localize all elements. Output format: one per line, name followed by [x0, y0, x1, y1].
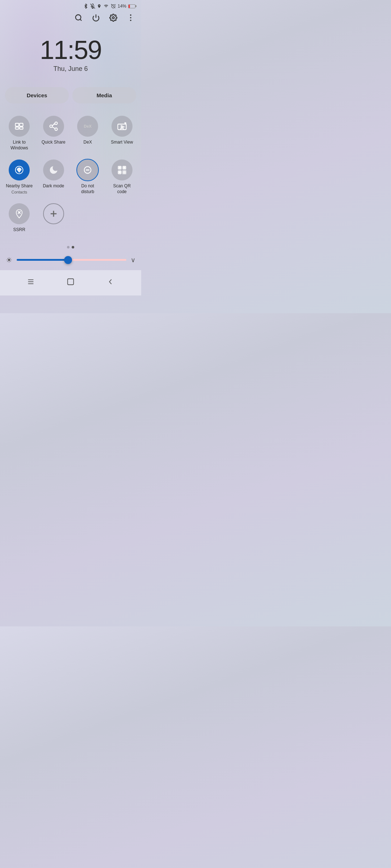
svg-rect-38: [123, 173, 124, 174]
smart-view-icon-wrap: [112, 116, 133, 137]
nearby-share-label: Nearby Share: [6, 183, 33, 189]
battery-percentage: 14%: [118, 4, 126, 9]
smart-view-label: Smart View: [111, 140, 133, 145]
page-dots: [0, 241, 141, 252]
clock-area: 11:59 Thu, June 6: [0, 26, 141, 87]
svg-rect-35: [119, 172, 121, 173]
tile-quick-share[interactable]: Quick Share: [37, 112, 71, 156]
tile-dex[interactable]: DeX DeX: [71, 112, 105, 156]
quick-share-icon-wrap: [43, 116, 64, 137]
dex-text-icon: DeX: [84, 124, 92, 128]
svg-line-22: [52, 127, 55, 129]
brightness-slider[interactable]: [17, 259, 126, 261]
scan-qr-label: Scan QRcode: [113, 183, 131, 195]
scan-qr-icon-wrap: [112, 159, 133, 180]
ssrr-icon-wrap: [9, 203, 30, 224]
tile-add[interactable]: [37, 200, 71, 238]
svg-rect-16: [20, 123, 23, 126]
alarm-icon: [111, 4, 116, 9]
svg-rect-18: [20, 127, 23, 129]
svg-point-14: [130, 20, 131, 21]
svg-point-13: [130, 17, 131, 18]
add-icon: [49, 209, 59, 219]
svg-point-12: [130, 14, 131, 16]
settings-button[interactable]: [109, 13, 118, 22]
mute-icon: [90, 4, 95, 9]
tile-dark-mode[interactable]: Dark mode: [37, 156, 71, 200]
add-tile-icon-wrap: [43, 203, 64, 224]
dnd-label: Do notdisturb: [81, 183, 94, 195]
link-to-windows-label: Link toWindows: [10, 140, 28, 151]
dex-icon-wrap: DeX: [77, 116, 98, 137]
svg-rect-17: [16, 127, 19, 129]
svg-marker-25: [121, 125, 124, 128]
more-options-button[interactable]: [126, 13, 135, 22]
nav-bar: [0, 270, 141, 295]
quick-share-icon: [49, 121, 59, 131]
location-icon: [97, 4, 101, 9]
tile-do-not-disturb[interactable]: Do notdisturb: [71, 156, 105, 200]
nearby-share-sublabel: Contacts: [12, 190, 27, 194]
ssrr-icon: [14, 209, 24, 219]
wifi-icon: [103, 4, 109, 8]
brightness-sun-icon: ☀: [6, 256, 12, 264]
tab-devices[interactable]: Devices: [5, 87, 69, 103]
tab-media[interactable]: Media: [72, 87, 136, 103]
battery-icon: [128, 4, 135, 8]
tile-ssrr[interactable]: SSRR: [2, 200, 37, 238]
tile-scan-qr[interactable]: Scan QRcode: [105, 156, 139, 200]
dot-1: [67, 246, 70, 248]
dot-2: [72, 246, 74, 248]
svg-rect-31: [119, 167, 121, 169]
svg-line-6: [115, 4, 115, 5]
svg-rect-47: [68, 279, 74, 285]
dark-mode-label: Dark mode: [43, 183, 64, 189]
search-button[interactable]: [74, 13, 83, 22]
back-icon: [107, 278, 114, 286]
status-icons: 14%: [83, 4, 135, 9]
clock-time: 11:59: [0, 37, 141, 63]
svg-line-9: [80, 19, 81, 21]
svg-point-20: [50, 125, 52, 128]
svg-rect-39: [125, 173, 126, 174]
quick-tiles-grid: Link toWindows Quick Share DeX: [0, 109, 141, 241]
add-tile-label: [53, 227, 54, 233]
brightness-row: ☀ ∨: [0, 252, 141, 270]
back-button[interactable]: [104, 275, 117, 288]
nearby-share-icon-wrap: [9, 159, 30, 180]
scan-qr-icon: [117, 165, 127, 175]
svg-rect-36: [123, 171, 124, 173]
smart-view-icon: [117, 121, 127, 131]
dnd-icon-wrap: [77, 159, 98, 180]
svg-rect-15: [16, 123, 19, 126]
device-media-tabs: Devices Media: [0, 87, 141, 103]
bluetooth-icon: [83, 4, 88, 9]
svg-rect-33: [123, 167, 125, 169]
recent-apps-button[interactable]: [24, 275, 37, 288]
status-bar: 14%: [0, 0, 141, 11]
quick-controls-bar: [0, 11, 141, 26]
dnd-icon: [83, 165, 93, 175]
home-icon: [67, 278, 75, 286]
nearby-share-icon: [14, 165, 24, 175]
dex-label: DeX: [84, 140, 92, 145]
brightness-chevron-icon[interactable]: ∨: [131, 256, 135, 264]
tile-nearby-share[interactable]: Nearby Share Contacts: [2, 156, 37, 200]
brightness-thumb[interactable]: [64, 256, 72, 264]
svg-rect-37: [125, 171, 126, 173]
ssrr-label: SSRR: [13, 227, 25, 233]
svg-point-3: [106, 8, 106, 8]
link-to-windows-icon: [14, 121, 24, 131]
svg-point-8: [76, 15, 81, 20]
svg-point-26: [125, 123, 126, 124]
tile-smart-view[interactable]: Smart View: [105, 112, 139, 156]
tile-link-to-windows[interactable]: Link toWindows: [2, 112, 37, 156]
power-button[interactable]: [91, 13, 101, 22]
link-to-windows-icon-wrap: [9, 116, 30, 137]
dark-mode-icon-wrap: [43, 159, 64, 180]
home-button[interactable]: [64, 275, 77, 288]
quick-share-label: Quick Share: [42, 140, 66, 145]
svg-point-11: [112, 17, 114, 19]
svg-point-21: [55, 128, 57, 131]
svg-point-19: [55, 122, 57, 124]
